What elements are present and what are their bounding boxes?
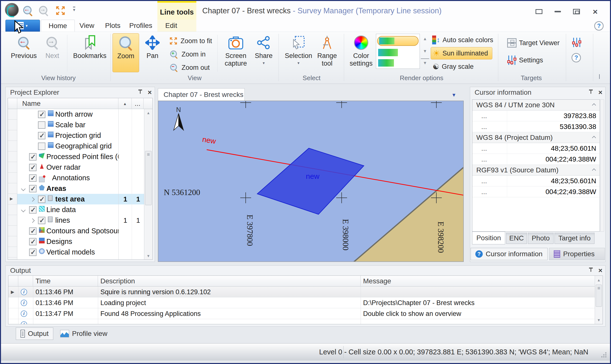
output-scrollbar[interactable]: ▲ ▼ [595, 276, 603, 324]
panel-scrollbar-gutter[interactable] [600, 99, 604, 232]
help-button[interactable]: ? [594, 21, 604, 31]
tree-item-contours[interactable]: Contours and Spotsounds [17, 226, 144, 236]
tree-item-test-area[interactable]: test area11 [17, 194, 144, 204]
scroll-up-icon[interactable]: ▲ [144, 109, 152, 116]
checkbox-checked[interactable] [29, 249, 37, 256]
tree-item-processed-point-files[interactable]: Processed Point files (QI [17, 151, 144, 162]
color-scale-list[interactable] [376, 34, 420, 69]
tab-position[interactable]: Position [472, 232, 505, 244]
share-button[interactable]: Share ▾ [253, 33, 275, 72]
sun-illuminated-button[interactable]: ☀ Sun illuminated [431, 47, 492, 59]
zoom-in-button[interactable]: + Zoom in [169, 49, 206, 60]
auto-scale-colors-button[interactable]: ↕ Auto scale colors [432, 34, 493, 46]
section-header-utm[interactable]: WGS 84 / UTM zone 30N [472, 100, 600, 110]
checkbox-checked[interactable] [38, 111, 45, 118]
pin-icon[interactable] [588, 268, 593, 273]
color-scale-item-selected[interactable] [377, 36, 419, 46]
output-row[interactable]: 01:13:47 PM Found 48 Processing Applicat… [8, 308, 595, 319]
tree-item-designs[interactable]: Designs [17, 236, 144, 247]
app-logo-icon[interactable] [5, 3, 19, 17]
screen-capture-button[interactable]: Screen capture [221, 33, 251, 72]
column-header-time[interactable]: Time [33, 276, 98, 287]
qat-next-view-button[interactable]: → [38, 5, 50, 17]
ribbon-help-button[interactable]: ? [572, 53, 581, 62]
tab-list-dropdown-icon[interactable]: ▼ [451, 92, 456, 98]
tab-profile-view[interactable]: Profile view [56, 328, 114, 340]
checkbox-checked[interactable] [29, 174, 37, 182]
checkbox-checked[interactable] [29, 185, 37, 192]
scale-more-button[interactable]: ▼ [421, 58, 429, 67]
zoom-out-button[interactable]: − Zoom out [169, 62, 210, 73]
qat-customize-button[interactable]: ▾ [73, 8, 84, 19]
view-settings-button[interactable] [572, 37, 581, 49]
output-row[interactable]: 01:13:46 PM Loading project D:\Projects\… [8, 297, 595, 308]
checkbox-checked[interactable] [29, 153, 37, 161]
checkbox-checked[interactable] [29, 206, 37, 214]
tree-item-annotations[interactable]: Annotations [17, 173, 144, 183]
checkbox-checked[interactable] [38, 196, 45, 203]
tab-target-info[interactable]: Target info [555, 233, 594, 244]
qat-zoom-to-fit-button[interactable] [55, 5, 66, 16]
pan-button[interactable]: Pan [141, 33, 164, 72]
color-scale-item[interactable] [378, 49, 398, 56]
output-row-selected[interactable]: ▶ 01:13:46 PM Squire is running version … [8, 287, 595, 297]
collapse-icon[interactable] [592, 136, 596, 140]
pin-icon[interactable] [137, 90, 143, 95]
tab-home[interactable]: Home [41, 20, 75, 32]
section-header-source-datum[interactable]: RGF93 v1 (Source Datum) [472, 165, 600, 176]
scroll-up-icon[interactable]: ▲ [595, 276, 603, 284]
scrollbar-thumb[interactable] [145, 151, 152, 205]
close-button[interactable]: × [590, 7, 600, 16]
scale-scroll-up-button[interactable]: ▲ [421, 34, 429, 44]
collapse-icon[interactable] [592, 103, 596, 107]
resize-grip[interactable] [601, 352, 607, 358]
scroll-down-icon[interactable]: ▼ [595, 316, 603, 324]
gray-scale-button[interactable]: ☯ Gray scale [433, 61, 474, 72]
tree-item-scale-bar[interactable]: Scale bar [17, 120, 144, 130]
targets-settings-button[interactable]: Settings [507, 55, 543, 66]
tree-item-lines[interactable]: lines11 [17, 215, 144, 226]
column-header-message[interactable]: Message [361, 276, 595, 287]
tree-item-line-data[interactable]: Line data [17, 204, 144, 215]
column-header-description[interactable]: Description [98, 276, 361, 287]
tab-cursor-information[interactable]: ?Cursor information [471, 248, 548, 260]
scroll-down-icon[interactable]: ▼ [144, 252, 152, 259]
explorer-scrollbar[interactable]: ▲ ▼ [144, 109, 152, 259]
selection-button[interactable]: Selection ▾ [285, 33, 312, 72]
tree-item-geographical-grid[interactable]: Geographical grid [17, 141, 144, 151]
restore-button[interactable] [572, 7, 581, 16]
scrollbar-thumb[interactable] [596, 285, 602, 307]
tree-item-areas[interactable]: Areas [17, 183, 144, 194]
tab-enc[interactable]: ENC [506, 233, 527, 244]
tree-item-over-radar[interactable]: Over radar [17, 162, 144, 173]
scale-scroll-down-button[interactable]: ▼ [421, 46, 429, 56]
tab-view[interactable]: View [72, 20, 102, 32]
zoom-to-fit-button[interactable]: Zoom to fit [169, 35, 212, 47]
zoom-button[interactable]: Zoom [112, 33, 139, 72]
checkbox-checked[interactable] [29, 238, 37, 245]
output-row-clipped[interactable] [8, 319, 595, 324]
tree-item-north-arrow[interactable]: North arrow [17, 109, 144, 120]
target-viewer-button[interactable]: Target Viewer [507, 37, 560, 49]
checkbox-checked[interactable] [38, 217, 45, 224]
color-settings-button[interactable]: Color settings [348, 33, 374, 72]
map-tab-active[interactable]: Chapter 07 - Brest wrecks [158, 88, 245, 101]
close-panel-icon[interactable]: × [598, 90, 602, 95]
color-scale-item[interactable] [378, 59, 394, 67]
tab-output[interactable]: Output [16, 328, 53, 340]
tab-photo[interactable]: Photo [528, 233, 554, 244]
tree-item-vertical-models[interactable]: Vertical models [17, 247, 144, 257]
checkbox-unchecked[interactable] [38, 121, 45, 129]
close-panel-icon[interactable]: × [598, 268, 602, 273]
tab-properties[interactable]: Properties [549, 248, 605, 260]
previous-button[interactable]: ← Previous [8, 33, 39, 72]
minimize-button[interactable] [553, 7, 563, 16]
bookmarks-button[interactable]: Bookmarks [71, 33, 109, 72]
tab-profiles[interactable]: Profiles [122, 20, 160, 32]
checkbox-checked[interactable] [29, 227, 37, 235]
column-header-more[interactable]: ... [132, 98, 144, 109]
range-tool-button[interactable]: Range tool [315, 33, 339, 72]
next-button[interactable]: → Next [40, 33, 64, 72]
qat-previous-view-button[interactable]: ← [23, 5, 34, 17]
tree-item-projection-grid[interactable]: Projection grid [17, 130, 144, 141]
